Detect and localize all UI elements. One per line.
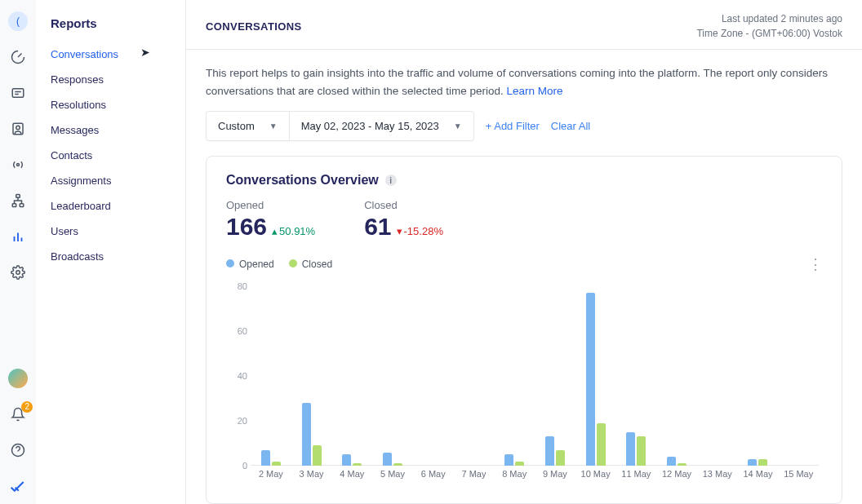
learn-more-link[interactable]: Learn More: [506, 85, 562, 97]
bar-closed[interactable]: [678, 463, 686, 466]
reports-icon[interactable]: [8, 227, 28, 246]
help-icon[interactable]: [8, 440, 28, 460]
iconbar: ( 2: [0, 0, 36, 504]
svg-point-4: [16, 126, 20, 130]
sidebar-item-users[interactable]: Users: [46, 219, 176, 244]
contacts-icon[interactable]: [8, 119, 28, 139]
add-filter-button[interactable]: + Add Filter: [486, 120, 540, 132]
x-label: 9 May: [535, 469, 575, 484]
bar-group: [413, 286, 454, 466]
y-tick: 60: [226, 326, 247, 336]
chart-menu-icon[interactable]: ⋮: [808, 255, 822, 273]
bar-group: [738, 286, 779, 466]
x-label: 7 May: [454, 469, 495, 484]
x-label: 12 May: [656, 469, 697, 484]
svg-point-12: [16, 271, 20, 275]
bar-closed[interactable]: [597, 423, 606, 466]
x-label: 4 May: [331, 469, 372, 484]
y-tick: 40: [226, 371, 247, 381]
notifications-icon[interactable]: 2: [8, 405, 28, 424]
bar-closed[interactable]: [353, 463, 362, 466]
bar-closed[interactable]: [272, 462, 281, 466]
filters-row: Custom▼ May 02, 2023 - May 15, 2023▼ + A…: [206, 111, 842, 141]
closed-value: 61: [364, 213, 391, 241]
bar-opened[interactable]: [261, 450, 270, 466]
bar-closed[interactable]: [556, 450, 565, 466]
x-label: 6 May: [413, 469, 454, 484]
checkmark-icon[interactable]: [8, 476, 28, 496]
bar-opened[interactable]: [545, 436, 554, 466]
y-tick: 80: [226, 281, 247, 291]
info-icon[interactable]: i: [385, 175, 397, 186]
bar-opened[interactable]: [626, 432, 635, 466]
settings-icon[interactable]: [8, 263, 28, 282]
x-label: 14 May: [738, 469, 779, 484]
sidebar-item-responses[interactable]: Responses: [46, 67, 176, 92]
opened-label: Opened: [226, 199, 315, 211]
notification-badge: 2: [21, 401, 33, 413]
sidebar-item-assignments[interactable]: Assignments: [46, 168, 176, 193]
bar-group: [535, 286, 575, 466]
closed-delta: ▾-15.28%: [397, 225, 443, 237]
bar-closed[interactable]: [393, 463, 402, 466]
sidebar-item-leaderboard[interactable]: Leaderboard: [46, 193, 176, 219]
bar-closed[interactable]: [313, 445, 322, 466]
conversations-overview-card: Conversations Overview i Opened 166 ▴50.…: [206, 156, 842, 504]
sidebar-item-broadcasts[interactable]: Broadcasts: [46, 244, 176, 269]
bar-opened[interactable]: [748, 459, 757, 466]
workspace-avatar[interactable]: (: [8, 11, 28, 31]
bar-group: [372, 286, 413, 466]
bar-group: [291, 286, 332, 466]
range-type-select[interactable]: Custom▼: [207, 112, 290, 140]
bar-group: [251, 286, 291, 466]
bar-closed[interactable]: [637, 436, 646, 466]
bar-opened[interactable]: [586, 293, 595, 466]
svg-rect-8: [20, 204, 24, 207]
bar-opened[interactable]: [342, 454, 351, 466]
x-label: 13 May: [697, 469, 738, 484]
sidebar-item-contacts[interactable]: Contacts: [46, 143, 176, 168]
x-label: 15 May: [778, 469, 819, 484]
conversations-chart: 020406080 2 May3 May4 May5 May6 May7 May…: [226, 280, 822, 484]
last-updated-text: Last updated 2 minutes ago: [696, 11, 842, 26]
x-label: 5 May: [372, 469, 413, 484]
x-label: 2 May: [251, 469, 291, 484]
messages-icon[interactable]: [8, 83, 28, 103]
date-range-select[interactable]: May 02, 2023 - May 15, 2023▼: [290, 112, 473, 140]
sidebar-item-resolutions[interactable]: Resolutions: [46, 92, 176, 117]
dashboard-icon[interactable]: [8, 47, 28, 67]
svg-point-5: [17, 164, 20, 166]
bar-opened[interactable]: [383, 453, 392, 466]
bar-opened[interactable]: [302, 403, 311, 466]
x-label: 11 May: [615, 469, 656, 484]
bar-group: [331, 286, 372, 466]
bar-group: [494, 286, 535, 466]
clear-all-button[interactable]: Clear All: [551, 120, 590, 132]
bar-group: [778, 286, 819, 466]
sidebar-item-conversations[interactable]: Conversations: [46, 42, 176, 67]
x-label: 3 May: [291, 469, 332, 484]
svg-rect-6: [16, 195, 20, 198]
sidebar-title: Reports: [46, 16, 176, 30]
bar-group: [454, 286, 495, 466]
broadcast-icon[interactable]: [8, 155, 28, 175]
page-title: CONVERSATIONS: [206, 20, 302, 33]
sidebar-item-messages[interactable]: Messages: [46, 117, 176, 143]
opened-delta: ▴50.91%: [272, 225, 315, 237]
y-tick: 20: [226, 416, 247, 426]
opened-value: 166: [226, 213, 267, 241]
bar-closed[interactable]: [758, 459, 767, 466]
y-tick: 0: [226, 461, 247, 471]
x-label: 10 May: [575, 469, 616, 484]
user-avatar-small[interactable]: [8, 369, 28, 388]
svg-rect-7: [12, 204, 16, 207]
bar-group: [697, 286, 738, 466]
topbar: CONVERSATIONS Last updated 2 minutes ago…: [186, 0, 862, 50]
bar-closed[interactable]: [515, 462, 524, 466]
bar-opened[interactable]: [667, 457, 676, 466]
bar-opened[interactable]: [504, 454, 513, 466]
bar-group: [615, 286, 656, 466]
x-label: 8 May: [494, 469, 535, 484]
workflow-icon[interactable]: [8, 191, 28, 210]
bar-group: [656, 286, 697, 466]
